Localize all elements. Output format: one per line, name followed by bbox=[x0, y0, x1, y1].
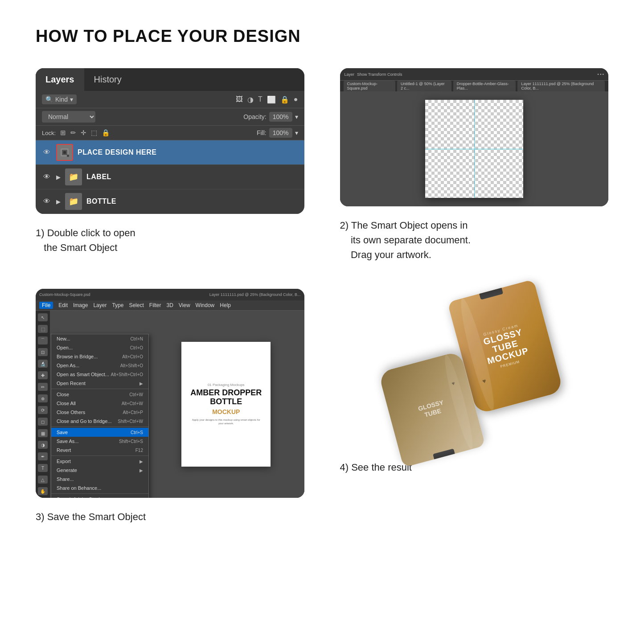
ps-canvas-box: Layer Show Transform Controls • • • Cust… bbox=[340, 68, 609, 206]
menu-layer[interactable]: Layer bbox=[93, 302, 107, 308]
tool-dodge[interactable]: ◑ bbox=[38, 441, 48, 449]
menu-image[interactable]: Image bbox=[73, 302, 88, 308]
tool-eraser[interactable]: ◻ bbox=[38, 418, 48, 426]
menu-item-revert[interactable]: Revert F12 bbox=[51, 446, 148, 455]
menu-type[interactable]: Type bbox=[112, 302, 123, 308]
layer-row-bottle[interactable]: 👁 ▶ 📁 BOTTLE bbox=[36, 189, 304, 214]
guide-vertical bbox=[474, 100, 475, 198]
blend-mode-select[interactable]: Normal bbox=[42, 111, 95, 123]
shape-icon[interactable]: ⬜ bbox=[267, 95, 276, 104]
menu-filter[interactable]: Filter bbox=[149, 302, 161, 308]
menu-edit[interactable]: Edit bbox=[58, 302, 68, 308]
heart-icon-top: ♥ bbox=[481, 377, 487, 385]
fill-group: Fill: 100% ▾ bbox=[257, 128, 298, 138]
menu-item-new-shortcut: Ctrl+N bbox=[130, 336, 143, 341]
adjustment-icon[interactable]: ◑ bbox=[247, 95, 254, 104]
menu-item-share[interactable]: Share... bbox=[51, 475, 148, 484]
menu-item-searchstock[interactable]: Search Adobe Stock... bbox=[51, 495, 148, 498]
layer-expand-label[interactable]: ▶ bbox=[56, 174, 61, 180]
tube-cap-bottom bbox=[433, 448, 458, 467]
menu-item-save[interactable]: Save Ctrl+S bbox=[51, 428, 148, 437]
lock-transparent-icon[interactable]: ⊞ bbox=[60, 129, 66, 137]
menu-item-generate[interactable]: Generate ▶ bbox=[51, 466, 148, 475]
tool-brush[interactable]: ✏ bbox=[38, 383, 48, 391]
tool-select[interactable]: ⬚ bbox=[38, 325, 48, 333]
menu-item-close-label: Close bbox=[57, 392, 69, 397]
more-options[interactable]: • • • bbox=[598, 72, 604, 77]
ps-file-topbar: Custom-Mockup-Square.psd Layer 1111111.p… bbox=[36, 289, 304, 300]
eye-icon-design[interactable]: 👁 bbox=[42, 148, 52, 157]
menu-file[interactable]: File bbox=[39, 302, 53, 309]
menu-item-closeothers[interactable]: Close Others Alt+Ctrl+P bbox=[51, 408, 148, 417]
sep-3 bbox=[51, 455, 148, 456]
menu-item-export[interactable]: Export ▶ bbox=[51, 457, 148, 466]
tab-layers[interactable]: Layers bbox=[36, 68, 84, 91]
ps-tab-3[interactable]: Dropper-Bottle-Amber-Glass-Plas... bbox=[453, 81, 516, 91]
menu-item-closeall[interactable]: Close All Alt+Ctrl+W bbox=[51, 399, 148, 408]
menu-item-close-shortcut: Ctrl+W bbox=[129, 392, 143, 397]
menu-item-recent[interactable]: Open Recent ▶ bbox=[51, 379, 148, 388]
lock-all-icon[interactable]: 🔒 bbox=[102, 129, 110, 137]
opacity-label: Opacity: bbox=[243, 113, 266, 120]
menu-item-open[interactable]: Open... Ctrl+O bbox=[51, 343, 148, 352]
menu-item-opensmart[interactable]: Open as Smart Object... Alt+Shift+Ctrl+O bbox=[51, 370, 148, 379]
menu-item-sharebehance-label: Share on Behance... bbox=[57, 485, 101, 491]
layer-row-label[interactable]: 👁 ▶ 📁 LABEL bbox=[36, 165, 304, 189]
menu-item-close[interactable]: Close Ctrl+W bbox=[51, 390, 148, 399]
menu-help[interactable]: Help bbox=[220, 302, 231, 308]
tool-gradient[interactable]: ▦ bbox=[38, 429, 48, 437]
ps-tab-2[interactable]: Untitled-1 @ 50% (Layer 2 c... bbox=[397, 81, 451, 91]
layer-row-design[interactable]: 👁 PLACE DESIGN HERE bbox=[36, 140, 304, 165]
image-filter-icon[interactable]: 🖼 bbox=[236, 95, 243, 104]
tool-heal[interactable]: ✚ bbox=[38, 371, 48, 379]
menu-item-closebridge-label: Close and Go to Bridge... bbox=[57, 418, 112, 424]
menu-item-saveas[interactable]: Save As... Shift+Ctrl+S bbox=[51, 437, 148, 446]
menu-item-closeall-label: Close All bbox=[57, 401, 76, 406]
kind-label: Kind bbox=[55, 96, 68, 103]
menu-window[interactable]: Window bbox=[196, 302, 215, 308]
menu-item-sharebehance[interactable]: Share on Behance... bbox=[51, 484, 148, 492]
tool-type[interactable]: T bbox=[38, 464, 48, 472]
menu-item-opensmart-label: Open as Smart Object... bbox=[57, 372, 109, 377]
menu-item-new[interactable]: New... Ctrl+N bbox=[51, 334, 148, 343]
tab-history[interactable]: History bbox=[84, 68, 131, 91]
type-icon[interactable]: T bbox=[258, 95, 263, 104]
tool-pen[interactable]: ✒ bbox=[38, 452, 48, 460]
ps-left-toolbar: ↖ ⬚ ⌒ ⊡ 🔬 ✚ ✏ ⊕ ⟳ ◻ ▦ ◑ ✒ T △ ✋ bbox=[36, 311, 50, 498]
kind-dropdown[interactable]: 🔍 Kind ▾ bbox=[42, 94, 77, 104]
lock-pixels-icon[interactable]: ✏ bbox=[70, 129, 76, 137]
tube-top-text: Glossy Cream GLOSSYTUBEMOCKUP PREMIUM bbox=[480, 322, 531, 372]
tool-hand[interactable]: ✋ bbox=[38, 487, 48, 495]
tool-clone[interactable]: ⊕ bbox=[38, 394, 48, 402]
menu-view[interactable]: View bbox=[179, 302, 190, 308]
menu-item-share-label: Share... bbox=[57, 476, 74, 482]
svg-rect-2 bbox=[63, 151, 66, 154]
tool-lasso[interactable]: ⌒ bbox=[38, 336, 48, 345]
menu-item-bridge[interactable]: Browse in Bridge... Alt+Ctrl+O bbox=[51, 352, 148, 361]
menu-item-openas[interactable]: Open As... Alt+Shift+O bbox=[51, 361, 148, 370]
eye-icon-label[interactable]: 👁 bbox=[42, 172, 52, 182]
ps-tab-4[interactable]: Layer 1111111.psd @ 25% (Background Colo… bbox=[517, 81, 605, 91]
layer-expand-bottle[interactable]: ▶ bbox=[56, 198, 61, 205]
tool-eyedrop[interactable]: 🔬 bbox=[38, 360, 48, 368]
tool-move[interactable]: ↖ bbox=[38, 313, 48, 321]
fill-value[interactable]: 100% bbox=[269, 128, 292, 138]
tube-container: Glossy Cream GLOSSYTUBEMOCKUP PREMIUM ♥ … bbox=[381, 289, 568, 458]
lock-artboard-icon[interactable]: ⬚ bbox=[91, 129, 97, 137]
opacity-value[interactable]: 100% bbox=[269, 112, 292, 122]
doc-body-text: Apply your designs to this mockup using … bbox=[190, 418, 262, 426]
tool-shape[interactable]: △ bbox=[38, 476, 48, 484]
smartobj-icon[interactable]: 🔒 bbox=[280, 95, 289, 104]
tool-history[interactable]: ⟳ bbox=[38, 406, 48, 414]
menu-item-closebridge[interactable]: Close and Go to Bridge... Shift+Ctrl+W bbox=[51, 417, 148, 426]
tool-crop[interactable]: ⊡ bbox=[38, 348, 48, 356]
ps-tab-1[interactable]: Custom-Mockup-Square.psd bbox=[344, 81, 395, 91]
lock-position-icon[interactable]: ✛ bbox=[81, 129, 86, 137]
heart-icon-bottom: ♥ bbox=[451, 380, 456, 387]
menu-3d[interactable]: 3D bbox=[166, 302, 173, 308]
menu-select[interactable]: Select bbox=[129, 302, 144, 308]
ps-doc-canvas-area: 01 Packaging Mockups AMBER DROPPER BOTTL… bbox=[148, 311, 304, 498]
menu-item-revert-shortcut: F12 bbox=[135, 448, 143, 453]
eye-icon-bottle[interactable]: 👁 bbox=[42, 197, 52, 206]
topbar-info: Custom-Mockup-Square.psd bbox=[39, 292, 90, 297]
